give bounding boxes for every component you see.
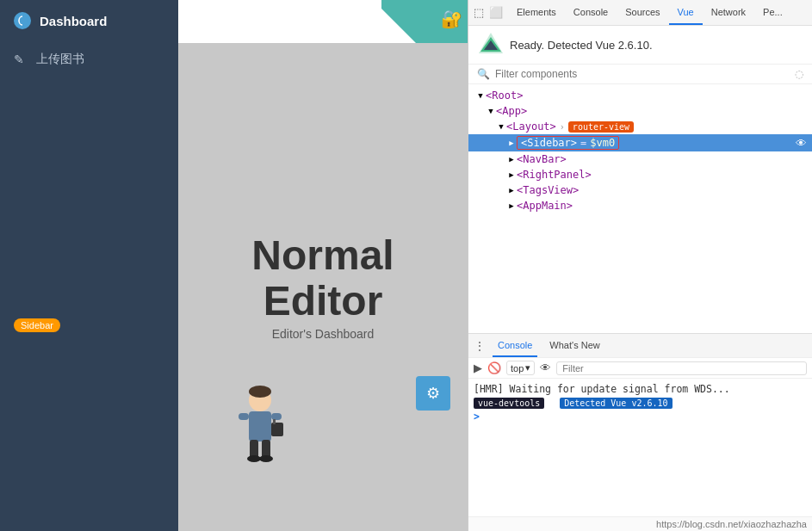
console-badge-detected: Detected Vue v2.6.10 [560, 398, 672, 409]
filter-bar: 🔍 ◌ [468, 65, 812, 84]
console-tabs: ⋮ Console What's New [468, 334, 812, 358]
console-select-arrow: ▾ [525, 362, 530, 374]
svg-rect-6 [249, 411, 271, 441]
tree-arrow-sidebar[interactable]: ▶ [506, 139, 517, 147]
main-area: ▾ 🔐 Normal Editor Editor's Dashboard [178, 0, 468, 531]
tree-arrow-appmain[interactable]: ▶ [506, 201, 517, 210]
console-badge-vue: vue-devtools [474, 398, 544, 409]
component-tree: ▼ <Root> ▼ <App> ▼ <Layout> › router-vie… [468, 84, 812, 333]
tree-item-layout[interactable]: ▼ <Layout> › router-view [468, 119, 812, 134]
console-menu-icon[interactable]: ⋮ [474, 339, 486, 353]
tree-tag-appmain: <AppMain> [517, 200, 573, 212]
console-line-vue: vue-devtools Detected Vue v2.6.10 [474, 396, 807, 410]
tree-tag-navbar: <NavBar> [517, 153, 567, 165]
eye-icon[interactable]: 👁 [796, 137, 812, 150]
console-prompt[interactable]: > [474, 411, 480, 423]
layout-ellipsis: › [560, 122, 565, 132]
editor-area: Normal Editor Editor's Dashboard [178, 43, 468, 531]
sidebar-header: Dashboard [0, 0, 178, 41]
tree-sidebar-attr: $vm0 [590, 137, 615, 149]
tree-tag-sidebar: <Sidebar> [521, 137, 577, 149]
console-filter-input[interactable] [556, 361, 807, 375]
editor-subtitle: Editor's Dashboard [272, 327, 375, 341]
device-icon[interactable]: ⬜ [489, 6, 503, 19]
tree-tag-root: <Root> [486, 90, 523, 102]
console-block-icon[interactable]: 🚫 [487, 361, 501, 374]
svg-point-5 [249, 386, 271, 398]
tree-arrow-tagsview[interactable]: ▶ [506, 186, 517, 194]
console-line-hmr: [HMR] Waiting for update signal from WDS… [474, 382, 807, 396]
svg-point-11 [247, 455, 261, 462]
vue-logo [479, 33, 503, 57]
tree-tag-rightpanel: <RightPanel> [517, 169, 592, 181]
console-top-label: top [511, 363, 524, 374]
tree-item-root[interactable]: ▼ <Root> [468, 88, 812, 103]
console-top-select[interactable]: top ▾ [506, 361, 535, 375]
svg-point-12 [259, 455, 273, 462]
filter-input[interactable] [495, 68, 790, 80]
tree-item-sidebar[interactable]: ▶ <Sidebar> = $vm0 👁 [468, 134, 812, 151]
console-prompt-line: > [474, 410, 807, 423]
sidebar-title: Dashboard [40, 14, 107, 28]
editor-title-line1: Normal [251, 233, 394, 279]
console-panel: ⋮ Console What's New ▶ 🚫 top ▾ 👁 [HMR] W… [468, 333, 812, 531]
tab-console[interactable]: Console [565, 0, 617, 25]
svg-rect-9 [239, 413, 249, 420]
editor-title-line2: Editor [251, 279, 394, 324]
tab-vue[interactable]: Vue [669, 0, 703, 25]
devtools-panel: ⬚ ⬜ Elements Console Sources Vue Network… [468, 0, 812, 531]
tab-whats-new[interactable]: What's New [544, 334, 604, 357]
character-figure [230, 381, 290, 479]
tab-elements[interactable]: Elements [508, 0, 565, 25]
sidebar: Dashboard ✎ 上传图书 Sidebar [0, 0, 178, 531]
settings-button[interactable]: ⚙ [416, 376, 450, 411]
tree-arrow-rightpanel[interactable]: ▶ [506, 170, 517, 179]
tab-console-bottom[interactable]: Console [493, 334, 537, 357]
editor-title: Normal Editor [251, 233, 394, 324]
tree-tag-tagsview: <TagsView> [517, 184, 579, 196]
tree-item-navbar[interactable]: ▶ <NavBar> [468, 151, 812, 167]
sidebar-item-label: 上传图书 [36, 52, 84, 67]
vue-header: Ready. Detected Vue 2.6.10. [468, 26, 812, 65]
tree-item-rightpanel[interactable]: ▶ <RightPanel> [468, 167, 812, 182]
tree-item-app[interactable]: ▼ <App> [468, 103, 812, 119]
devtools-tab-icons: ⬚ ⬜ [468, 6, 508, 19]
tree-arrow-app[interactable]: ▼ [486, 107, 496, 115]
tree-tag-layout: <Layout> [506, 120, 556, 133]
tree-tag-app: <App> [496, 105, 527, 117]
tree-arrow-layout[interactable]: ▼ [496, 122, 506, 131]
svg-rect-13 [271, 423, 283, 436]
router-view-badge: router-view [568, 121, 634, 133]
console-eye-icon[interactable]: 👁 [540, 361, 551, 374]
svg-rect-10 [271, 413, 282, 420]
search-icon: 🔍 [477, 68, 490, 80]
sidebar-logo-icon [14, 12, 31, 29]
console-run-icon[interactable]: ▶ [474, 361, 482, 374]
tab-sources[interactable]: Sources [617, 0, 668, 25]
tab-performance[interactable]: Pe... [754, 0, 791, 25]
spinner-icon: ◌ [795, 68, 803, 80]
cursor-icon[interactable]: ⬚ [474, 6, 484, 19]
console-toolbar: ▶ 🚫 top ▾ 👁 [468, 358, 812, 379]
sidebar-badge: Sidebar [14, 318, 60, 332]
hmr-text: [HMR] Waiting for update signal from WDS… [474, 383, 730, 395]
tree-item-appmain[interactable]: ▶ <AppMain> [468, 198, 812, 213]
tab-network[interactable]: Network [703, 0, 754, 25]
url-bar: https://blog.csdn.net/xiaozhazhazha [468, 516, 812, 531]
tree-item-tagsview[interactable]: ▶ <TagsView> [468, 182, 812, 198]
devtools-tabs: ⬚ ⬜ Elements Console Sources Vue Network… [468, 0, 812, 26]
tree-arrow-root[interactable]: ▼ [475, 91, 486, 100]
tree-arrow-navbar[interactable]: ▶ [506, 155, 517, 164]
console-content: [HMR] Waiting for update signal from WDS… [468, 379, 812, 516]
vue-status-text: Ready. Detected Vue 2.6.10. [510, 39, 653, 52]
svg-rect-14 [273, 419, 276, 424]
sidebar-item-upload[interactable]: ✎ 上传图书 [0, 41, 178, 77]
tree-equals: = [580, 137, 586, 149]
upload-icon: ✎ [14, 52, 28, 66]
